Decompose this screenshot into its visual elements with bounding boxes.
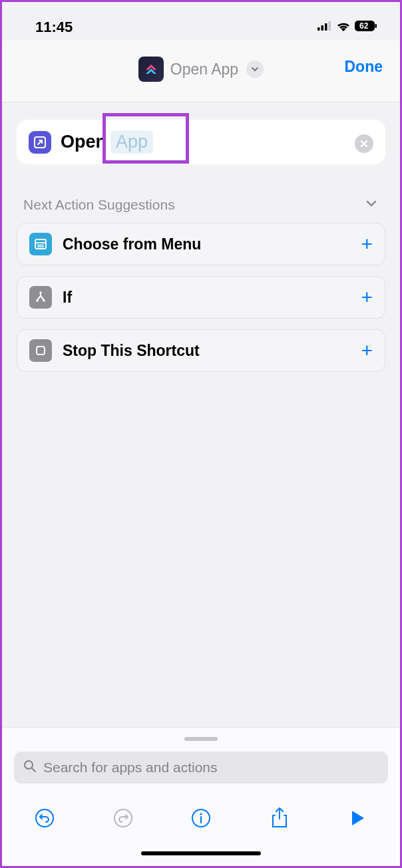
svg-point-12 <box>39 291 42 294</box>
status-bar: 11:45 62 <box>2 2 400 41</box>
suggestion-label: Choose from Menu <box>63 235 350 253</box>
svg-point-14 <box>43 299 45 302</box>
svg-point-16 <box>25 761 33 769</box>
toolbar <box>14 784 388 846</box>
undo-button[interactable] <box>30 803 59 833</box>
done-button[interactable]: Done <box>345 58 383 76</box>
svg-rect-6 <box>375 24 377 28</box>
status-indicators: 62 <box>317 21 377 34</box>
svg-point-19 <box>114 809 132 827</box>
title-center[interactable]: Open App <box>138 57 264 82</box>
bottom-sheet: Search for apps and actions <box>2 727 400 866</box>
svg-rect-1 <box>321 25 324 31</box>
cellular-icon <box>317 21 332 33</box>
suggestion-label: If <box>63 289 350 307</box>
title-text: Open App <box>170 61 238 78</box>
branch-icon <box>29 286 52 309</box>
info-button[interactable] <box>186 803 216 833</box>
svg-line-17 <box>32 768 35 772</box>
title-bar: Open App Done <box>2 41 400 102</box>
chevron-down-icon[interactable] <box>246 61 264 78</box>
stop-icon <box>29 339 52 362</box>
action-param-app[interactable]: App <box>110 130 153 154</box>
action-card[interactable]: Open App <box>17 120 385 164</box>
add-icon[interactable]: + <box>361 233 373 255</box>
search-input[interactable]: Search for apps and actions <box>14 752 388 784</box>
suggestions-header[interactable]: Next Action Suggestions <box>2 164 400 223</box>
suggestion-if[interactable]: If + <box>17 276 385 319</box>
home-indicator[interactable] <box>141 851 261 855</box>
add-icon[interactable]: + <box>361 286 373 309</box>
close-icon[interactable] <box>355 134 373 153</box>
suggestion-list: Choose from Menu + If + Stop This Shortc… <box>17 223 385 372</box>
svg-rect-0 <box>317 27 320 31</box>
svg-rect-3 <box>329 21 331 31</box>
action-text: Open App <box>61 130 153 154</box>
suggestion-stop-shortcut[interactable]: Stop This Shortcut + <box>17 329 385 372</box>
svg-rect-15 <box>37 347 45 355</box>
open-app-action-icon <box>29 131 51 154</box>
add-icon[interactable]: + <box>361 339 373 362</box>
shortcuts-app-icon <box>138 57 164 82</box>
search-placeholder: Search for apps and actions <box>43 760 218 776</box>
svg-rect-2 <box>325 23 327 31</box>
status-time: 11:45 <box>35 19 73 36</box>
search-icon <box>23 760 37 776</box>
menu-icon <box>29 233 52 255</box>
svg-rect-8 <box>35 239 46 249</box>
battery-icon: 62 <box>355 21 377 34</box>
action-command: Open <box>61 132 106 152</box>
suggestion-label: Stop This Shortcut <box>63 342 350 360</box>
play-button[interactable] <box>343 803 372 833</box>
chevron-down-icon[interactable] <box>364 196 379 214</box>
wifi-icon <box>336 21 351 34</box>
svg-point-18 <box>36 809 53 827</box>
grabber-handle[interactable] <box>184 737 218 741</box>
redo-button[interactable] <box>108 803 138 833</box>
svg-point-21 <box>200 813 202 815</box>
svg-point-13 <box>36 299 39 302</box>
suggestion-choose-from-menu[interactable]: Choose from Menu + <box>17 223 385 265</box>
suggestions-title: Next Action Suggestions <box>23 197 175 213</box>
share-button[interactable] <box>265 803 294 833</box>
